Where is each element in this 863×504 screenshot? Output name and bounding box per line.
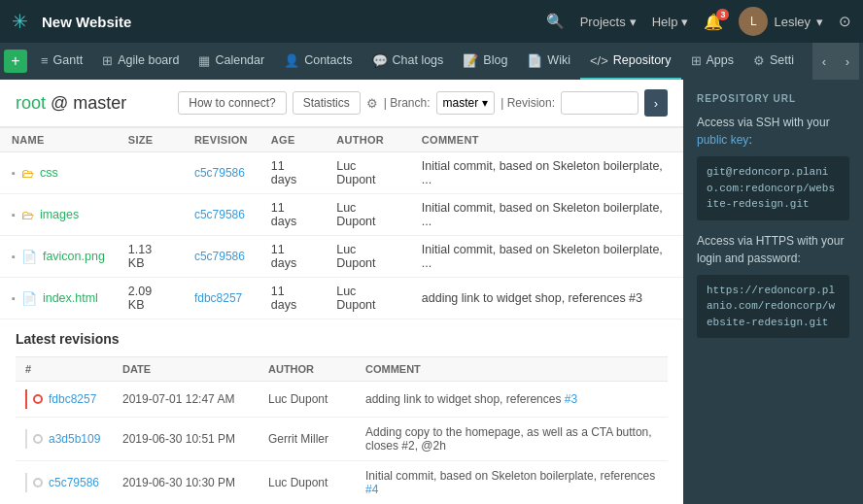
tab-blog[interactable]: 📝 Blog: [453, 43, 517, 80]
chevron-down-icon: ▾: [681, 15, 688, 29]
file-author-cell: Luc Dupont: [325, 194, 410, 236]
root-label: root: [16, 93, 46, 113]
settings-icon[interactable]: ⊙: [839, 13, 851, 30]
rev-line: [25, 429, 27, 449]
col-name: NAME: [0, 128, 117, 152]
nav-arrows: ‹ ›: [812, 43, 859, 80]
https-url-box[interactable]: https://redoncorp.planio.com/redoncorp/w…: [697, 275, 849, 339]
file-size-cell: [117, 152, 183, 194]
rev-col-hash: #: [16, 357, 113, 382]
rev-comment-cell: Adding copy to the homepage, as well as …: [356, 418, 668, 461]
ref-link[interactable]: #4: [365, 483, 378, 496]
file-size-cell: 2.09 KB: [117, 278, 183, 319]
chevron-down-icon: ▾: [482, 96, 488, 110]
https-description: Access via HTTPS with your login and pas…: [697, 232, 849, 267]
rev-line: [25, 473, 27, 492]
ssh-description: Access via SSH with your public key:: [697, 114, 849, 149]
chat-icon: 💬: [372, 53, 388, 68]
rev-author-cell: Luc Dupont: [259, 461, 356, 505]
file-author-cell: Luc Dupont: [325, 152, 410, 194]
file-revision-cell: c5c79586: [183, 152, 259, 194]
tab-settings[interactable]: ⚙ Setti: [743, 43, 804, 80]
repo-url-title: REPOSITORY URL: [697, 93, 849, 104]
main-content: root @ master How to connect? Statistics…: [0, 80, 863, 504]
revision-link[interactable]: c5c79586: [194, 166, 245, 180]
calendar-icon: ▦: [198, 53, 210, 68]
nav-left-arrow[interactable]: ‹: [812, 43, 836, 80]
file-link[interactable]: css: [40, 166, 58, 180]
folder-icon: 🗁: [21, 208, 34, 222]
col-author: AUTHOR: [325, 128, 410, 152]
logo-icon: ✳: [12, 10, 28, 33]
file-comment-cell: Initial commit, based on Skeleton boiler…: [410, 236, 683, 278]
projects-nav[interactable]: Projects ▾: [580, 15, 637, 29]
ref-link[interactable]: #3: [565, 392, 577, 406]
help-nav[interactable]: Help ▾: [652, 15, 689, 29]
list-item: c5c79586 2019-06-30 10:30 PM Luc Dupont …: [16, 461, 668, 505]
folder-icon: 🗁: [21, 166, 34, 181]
collapse-panel-button[interactable]: ›: [644, 89, 668, 117]
tab-agile[interactable]: ⊞ Agile board: [92, 43, 189, 80]
branch-dropdown[interactable]: master ▾: [436, 91, 496, 115]
rev-date-cell: 2019-07-01 12:47 AM: [113, 382, 259, 418]
agile-icon: ⊞: [102, 53, 113, 68]
tab-repository[interactable]: </> Repository: [580, 43, 681, 80]
revision-link[interactable]: c5c79586: [194, 250, 245, 263]
repository-icon: </>: [590, 53, 608, 68]
file-revision-cell: c5c79586: [183, 236, 259, 278]
notifications[interactable]: 🔔 3: [704, 13, 723, 31]
branch-label: | Branch:: [384, 96, 431, 110]
file-revision-cell: c5c79586: [183, 194, 259, 236]
file-author-cell: Luc Dupont: [325, 236, 410, 278]
rev-hash-link[interactable]: c5c79586: [49, 476, 99, 489]
left-panel: root @ master How to connect? Statistics…: [0, 80, 683, 504]
contacts-icon: 👤: [284, 53, 299, 68]
rev-hash-link[interactable]: fdbc8257: [49, 392, 96, 406]
top-nav: ✳ New Website 🔍 Projects ▾ Help ▾ 🔔 3 L …: [0, 0, 863, 43]
revisions-table: # DATE AUTHOR COMMENT fdbc8257 2019-07-0…: [16, 356, 668, 504]
file-comment-cell: Initial commit, based on Skeleton boiler…: [410, 152, 683, 194]
top-nav-right: 🔍 Projects ▾ Help ▾ 🔔 3 L Lesley ▾ ⊙: [546, 7, 851, 36]
revision-link[interactable]: fdbc8257: [194, 291, 242, 305]
file-name-cell: ▪📄 favicon.png: [0, 236, 117, 278]
rev-author-cell: Gerrit Miller: [259, 418, 356, 461]
statistics-button[interactable]: Statistics: [293, 91, 361, 115]
revision-input[interactable]: [561, 91, 639, 115]
revision-link[interactable]: c5c79586: [194, 208, 245, 221]
settings-gear-icon[interactable]: ⚙: [366, 96, 378, 111]
tab-gantt[interactable]: ≡ Gantt: [31, 43, 92, 80]
table-row: ▪🗁 images c5c79586 11 days Luc Dupont In…: [0, 194, 683, 236]
file-link[interactable]: favicon.png: [43, 250, 105, 263]
table-row: ▪📄 favicon.png 1.13 KB c5c79586 11 days …: [0, 236, 683, 278]
blog-icon: 📝: [463, 53, 478, 68]
chevron-down-icon: ▾: [816, 15, 823, 29]
file-name-cell: ▪🗁 css: [0, 152, 117, 194]
how-to-connect-button[interactable]: How to connect?: [178, 91, 286, 115]
tab-apps[interactable]: ⊞ Apps: [681, 43, 744, 80]
ssh-url-box[interactable]: git@redoncorp.planio.com:redoncorp/websi…: [697, 156, 849, 220]
nav-right-arrow[interactable]: ›: [836, 43, 859, 80]
file-link[interactable]: index.html: [43, 291, 98, 305]
file-name-cell: ▪📄 index.html: [0, 278, 117, 319]
tab-calendar[interactable]: ▦ Calendar: [189, 43, 274, 80]
tab-chatlogs[interactable]: 💬 Chat logs: [362, 43, 454, 80]
tab-contacts[interactable]: 👤 Contacts: [274, 43, 362, 80]
search-icon[interactable]: 🔍: [546, 13, 565, 30]
apps-icon: ⊞: [691, 53, 702, 68]
rev-hash-link[interactable]: a3d5b109: [49, 432, 100, 446]
user-menu[interactable]: L Lesley ▾: [739, 7, 823, 36]
tab-wiki[interactable]: 📄 Wiki: [517, 43, 580, 80]
file-table: NAME SIZE REVISION AGE AUTHOR COMMENT ▪🗁…: [0, 127, 683, 319]
rev-hash-cell: fdbc8257: [16, 382, 113, 418]
wiki-icon: 📄: [527, 53, 542, 68]
add-button[interactable]: +: [4, 50, 27, 73]
rev-dot: [33, 434, 43, 444]
file-link[interactable]: images: [40, 208, 79, 221]
file-age-cell: 11 days: [259, 194, 325, 236]
file-age-cell: 11 days: [259, 278, 325, 319]
public-key-link[interactable]: public key: [697, 133, 748, 147]
list-item: a3d5b109 2019-06-30 10:51 PM Gerrit Mill…: [16, 418, 668, 461]
branch-label-text: master: [73, 93, 126, 113]
avatar: L: [739, 7, 768, 36]
repo-path: root @ master: [16, 93, 126, 114]
